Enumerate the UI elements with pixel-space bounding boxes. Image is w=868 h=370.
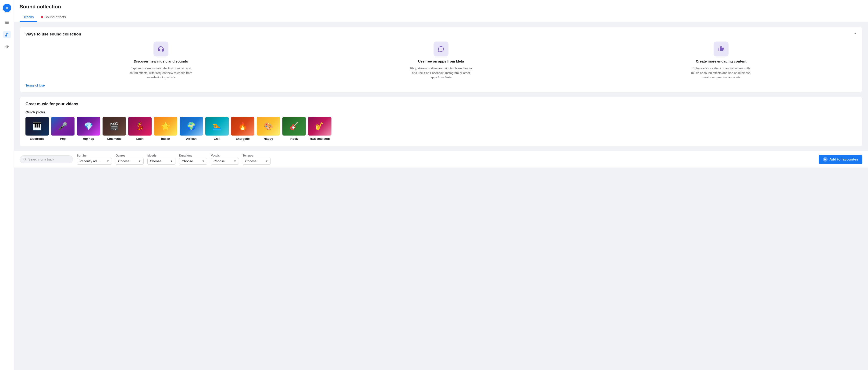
tempos-select[interactable]: Choose ▼ <box>243 158 271 165</box>
pick-label-indian: Indian <box>161 137 170 140</box>
vocals-group: Vocals Choose ▼ <box>211 154 239 165</box>
pick-item-chill[interactable]: 🏊 Chill <box>205 117 229 140</box>
pick-item-african[interactable]: 🌍 African <box>180 117 203 140</box>
waveform-icon[interactable] <box>3 43 11 51</box>
collapse-button[interactable]: ⌃ <box>853 32 857 37</box>
pick-label-happy: Happy <box>264 137 273 140</box>
pick-label-rnb: R&B and soul <box>310 137 330 140</box>
durations-group: Durations Choose ▼ <box>179 154 207 165</box>
pick-item-latin[interactable]: 💃 Latin <box>128 117 152 140</box>
pick-item-indian[interactable]: 🌟 Indian <box>154 117 177 140</box>
way-engaging-desc: Enhance your videos or audio content wit… <box>688 66 754 80</box>
tabs-bar: Tracks Sound effects <box>20 12 862 22</box>
content-area: Ways to use sound collection ⌃ Discover … <box>14 22 868 151</box>
way-item-discover: Discover new music and sounds Explore ou… <box>26 41 296 80</box>
terms-link[interactable]: Terms of Use <box>26 83 44 87</box>
svg-rect-4 <box>5 23 9 24</box>
chat-icon <box>434 41 448 57</box>
ways-grid: Discover new music and sounds Explore ou… <box>26 41 857 80</box>
music-icon[interactable] <box>3 31 11 38</box>
pick-label-chill: Chill <box>214 137 220 140</box>
moods-group: Moods Choose ▼ <box>147 154 176 165</box>
pick-img-hiphop: 💎 <box>77 117 100 136</box>
svg-rect-8 <box>7 45 8 48</box>
pick-img-chill: 🏊 <box>205 117 229 136</box>
picks-grid: 🎹 Electronic 🎤 Pop 💎 Hip hop 🎬 Cinematic <box>26 117 857 141</box>
thumb-icon <box>714 41 728 57</box>
pick-item-energetic[interactable]: 🔥 Energetic <box>231 117 254 140</box>
genres-group: Genres Choose ▼ <box>116 154 144 165</box>
search-box[interactable] <box>20 155 73 163</box>
pick-img-african: 🌍 <box>180 117 203 136</box>
add-fav-play-icon: ▶ <box>823 157 828 162</box>
pick-item-electronic[interactable]: 🎹 Electronic <box>26 117 49 140</box>
page-header: Sound collection Tracks Sound effects <box>14 0 868 22</box>
durations-select[interactable]: Choose ▼ <box>179 158 207 165</box>
new-badge-dot <box>41 16 43 18</box>
durations-value: Choose <box>182 159 193 163</box>
music-section-title: Great music for your videos <box>26 102 857 106</box>
pick-label-african: African <box>186 137 197 140</box>
bottom-toolbar: Sort by Recently ad... ▼ Genres Choose ▼… <box>14 151 868 168</box>
sort-select[interactable]: Recently ad... ▼ <box>77 158 112 165</box>
svg-rect-9 <box>8 46 9 47</box>
pick-img-happy: 🎨 <box>257 117 280 136</box>
search-input[interactable] <box>28 158 70 161</box>
svg-text:∞: ∞ <box>5 6 8 10</box>
tab-tracks-label: Tracks <box>23 15 34 19</box>
way-discover-title: Discover new music and sounds <box>134 59 188 63</box>
tab-tracks[interactable]: Tracks <box>20 12 37 22</box>
pick-img-electronic: 🎹 <box>26 117 49 136</box>
page-title: Sound collection <box>20 4 862 10</box>
vocals-select[interactable]: Choose ▼ <box>211 158 239 165</box>
way-free-title: Use free on apps from Meta <box>418 59 464 63</box>
genres-select[interactable]: Choose ▼ <box>116 158 144 165</box>
vocals-value: Choose <box>214 159 225 163</box>
pick-label-rock: Rock <box>290 137 298 140</box>
add-to-favourites-button[interactable]: ▶ Add to favourites <box>819 155 862 164</box>
pick-item-happy[interactable]: 🎨 Happy <box>257 117 280 140</box>
pick-label-cinematic: Cinematic <box>107 137 121 140</box>
tab-sound-effects[interactable]: Sound effects <box>37 12 69 22</box>
pick-item-rock[interactable]: 🎸 Rock <box>282 117 306 140</box>
moods-value: Choose <box>150 159 161 163</box>
durations-chevron-icon: ▼ <box>202 160 205 163</box>
way-engaging-title: Create more engaging content <box>696 59 747 63</box>
tempos-label: Tempos <box>243 154 271 157</box>
svg-rect-6 <box>6 45 6 48</box>
menu-icon[interactable] <box>3 19 11 26</box>
sort-group: Sort by Recently ad... ▼ <box>77 154 112 165</box>
genres-chevron-icon: ▼ <box>138 160 141 163</box>
search-icon <box>23 158 26 161</box>
main-content: Sound collection Tracks Sound effects Wa… <box>14 0 868 370</box>
way-free-desc: Play, stream or download rights-cleared … <box>408 66 474 80</box>
ways-section-header: Ways to use sound collection ⌃ <box>26 32 857 37</box>
sort-value: Recently ad... <box>80 159 99 163</box>
tempos-group: Tempos Choose ▼ <box>243 154 271 165</box>
pick-img-latin: 💃 <box>128 117 152 136</box>
pick-item-cinematic[interactable]: 🎬 Cinematic <box>102 117 126 140</box>
moods-select[interactable]: Choose ▼ <box>147 158 176 165</box>
vocals-chevron-icon: ▼ <box>234 160 237 163</box>
genres-label: Genres <box>116 154 144 157</box>
tempos-value: Choose <box>245 159 256 163</box>
tab-sound-effects-label: Sound effects <box>44 15 66 19</box>
vocals-label: Vocals <box>211 154 239 157</box>
sidebar: ∞ <box>0 0 14 370</box>
tempos-chevron-icon: ▼ <box>265 160 268 163</box>
pick-img-cinematic: 🎬 <box>102 117 126 136</box>
pick-img-indian: 🌟 <box>154 117 177 136</box>
svg-rect-7 <box>6 45 7 48</box>
pick-img-rnb: 🎷 <box>308 117 332 136</box>
way-discover-desc: Explore our exclusive collection of musi… <box>128 66 194 80</box>
pick-label-pop: Pop <box>60 137 66 140</box>
svg-line-11 <box>26 160 26 161</box>
pick-label-electronic: Electronic <box>30 137 44 140</box>
way-item-free: Use free on apps from Meta Play, stream … <box>306 41 576 80</box>
durations-label: Durations <box>179 154 207 157</box>
pick-item-pop[interactable]: 🎤 Pop <box>51 117 74 140</box>
pick-item-hiphop[interactable]: 💎 Hip hop <box>77 117 100 140</box>
pick-item-rnb[interactable]: 🎷 R&B and soul <box>308 117 332 140</box>
ways-to-use-card: Ways to use sound collection ⌃ Discover … <box>20 27 862 92</box>
headphone-icon <box>153 41 168 57</box>
